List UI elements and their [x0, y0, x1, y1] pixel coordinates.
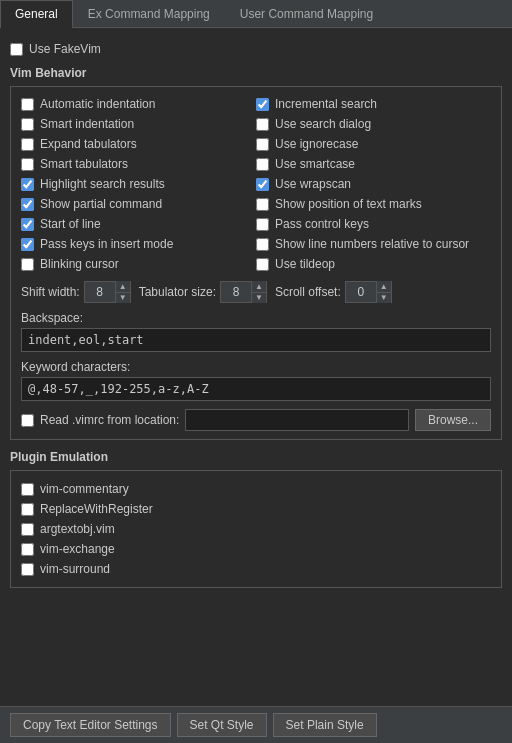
auto-indent-label: Automatic indentation: [40, 97, 155, 111]
partial-cmd-label: Show partial command: [40, 197, 162, 211]
vimrc-path-input[interactable]: [185, 409, 409, 431]
backspace-input[interactable]: [21, 328, 491, 352]
copy-text-editor-settings-button[interactable]: Copy Text Editor Settings: [10, 713, 171, 737]
shift-width-arrows: ▲ ▼: [115, 281, 130, 303]
checkbox-show-text-marks: Show position of text marks: [256, 195, 491, 213]
checkbox-pass-control: Pass control keys: [256, 215, 491, 233]
checkbox-grid: Automatic indentation Incremental search…: [21, 95, 491, 273]
smart-indent-label: Smart indentation: [40, 117, 134, 131]
scroll-offset-up[interactable]: ▲: [377, 281, 391, 293]
tab-general[interactable]: General: [0, 0, 73, 28]
vimrc-row: Read .vimrc from location: Browse...: [21, 409, 491, 431]
checkbox-use-wrapscan: Use wrapscan: [256, 175, 491, 193]
expand-tabs-checkbox[interactable]: [21, 138, 34, 151]
use-search-dialog-label: Use search dialog: [275, 117, 371, 131]
pass-control-checkbox[interactable]: [256, 218, 269, 231]
expand-tabs-label: Expand tabulators: [40, 137, 137, 151]
replace-with-register-label: ReplaceWithRegister: [40, 502, 153, 516]
plugin-list: vim-commentary ReplaceWithRegister argte…: [10, 470, 502, 588]
checkbox-partial-cmd: Show partial command: [21, 195, 256, 213]
scroll-offset-arrows: ▲ ▼: [376, 281, 391, 303]
pass-control-label: Pass control keys: [275, 217, 369, 231]
checkbox-auto-indent: Automatic indentation: [21, 95, 256, 113]
scroll-offset-label: Scroll offset:: [275, 285, 341, 299]
shift-width-input[interactable]: [85, 285, 115, 299]
shift-width-down[interactable]: ▼: [116, 293, 130, 304]
blinking-cursor-checkbox[interactable]: [21, 258, 34, 271]
use-smartcase-checkbox[interactable]: [256, 158, 269, 171]
set-qt-style-button[interactable]: Set Qt Style: [177, 713, 267, 737]
vim-exchange-label: vim-exchange: [40, 542, 115, 556]
plugin-replace-with-register: ReplaceWithRegister: [21, 499, 491, 519]
tab-user-command[interactable]: User Command Mapping: [225, 0, 388, 27]
auto-indent-checkbox[interactable]: [21, 98, 34, 111]
use-tildeop-checkbox[interactable]: [256, 258, 269, 271]
use-fakevim-checkbox[interactable]: [10, 43, 23, 56]
scroll-offset-group: Scroll offset: ▲ ▼: [275, 281, 392, 303]
use-wrapscan-label: Use wrapscan: [275, 177, 351, 191]
partial-cmd-checkbox[interactable]: [21, 198, 34, 211]
vim-surround-checkbox[interactable]: [21, 563, 34, 576]
replace-with-register-checkbox[interactable]: [21, 503, 34, 516]
vim-behavior-section-label: Vim Behavior: [10, 66, 502, 80]
shift-width-up[interactable]: ▲: [116, 281, 130, 293]
plugin-emulation-section-label: Plugin Emulation: [10, 450, 502, 464]
show-text-marks-checkbox[interactable]: [256, 198, 269, 211]
vim-exchange-checkbox[interactable]: [21, 543, 34, 556]
argtextobj-checkbox[interactable]: [21, 523, 34, 536]
main-content: Use FakeVim Vim Behavior Automatic inden…: [0, 28, 512, 646]
use-ignorecase-checkbox[interactable]: [256, 138, 269, 151]
read-vimrc-checkbox[interactable]: [21, 414, 34, 427]
checkbox-use-ignorecase: Use ignorecase: [256, 135, 491, 153]
vim-behavior-group: Automatic indentation Incremental search…: [10, 86, 502, 440]
bottom-bar: Copy Text Editor Settings Set Qt Style S…: [0, 706, 512, 743]
set-plain-style-button[interactable]: Set Plain Style: [273, 713, 377, 737]
checkbox-use-tildeop: Use tildeop: [256, 255, 491, 273]
tabulator-size-arrows: ▲ ▼: [251, 281, 266, 303]
checkbox-use-search-dialog: Use search dialog: [256, 115, 491, 133]
tabulator-size-label: Tabulator size:: [139, 285, 216, 299]
checkbox-expand-tabs: Expand tabulators: [21, 135, 256, 153]
use-wrapscan-checkbox[interactable]: [256, 178, 269, 191]
vim-surround-label: vim-surround: [40, 562, 110, 576]
scroll-offset-down[interactable]: ▼: [377, 293, 391, 304]
plugin-argtextobj: argtextobj.vim: [21, 519, 491, 539]
incremental-search-label: Incremental search: [275, 97, 377, 111]
checkbox-blinking-cursor: Blinking cursor: [21, 255, 256, 273]
backspace-label: Backspace:: [21, 311, 491, 325]
use-ignorecase-label: Use ignorecase: [275, 137, 358, 151]
checkbox-pass-keys-insert: Pass keys in insert mode: [21, 235, 256, 253]
tabulator-size-group: Tabulator size: ▲ ▼: [139, 281, 267, 303]
show-text-marks-label: Show position of text marks: [275, 197, 422, 211]
start-of-line-checkbox[interactable]: [21, 218, 34, 231]
tabulator-size-input[interactable]: [221, 285, 251, 299]
use-search-dialog-checkbox[interactable]: [256, 118, 269, 131]
tabulator-size-up[interactable]: ▲: [252, 281, 266, 293]
blinking-cursor-label: Blinking cursor: [40, 257, 119, 271]
line-numbers-relative-checkbox[interactable]: [256, 238, 269, 251]
smart-tabs-checkbox[interactable]: [21, 158, 34, 171]
browse-button[interactable]: Browse...: [415, 409, 491, 431]
checkbox-highlight-search: Highlight search results: [21, 175, 256, 193]
pass-keys-insert-checkbox[interactable]: [21, 238, 34, 251]
tab-ex-command[interactable]: Ex Command Mapping: [73, 0, 225, 27]
argtextobj-label: argtextobj.vim: [40, 522, 115, 536]
shift-width-label: Shift width:: [21, 285, 80, 299]
highlight-search-checkbox[interactable]: [21, 178, 34, 191]
checkbox-use-smartcase: Use smartcase: [256, 155, 491, 173]
start-of-line-label: Start of line: [40, 217, 101, 231]
incremental-search-checkbox[interactable]: [256, 98, 269, 111]
tabulator-size-down[interactable]: ▼: [252, 293, 266, 304]
keyword-label: Keyword characters:: [21, 360, 491, 374]
highlight-search-label: Highlight search results: [40, 177, 165, 191]
vim-commentary-checkbox[interactable]: [21, 483, 34, 496]
plugin-vim-commentary: vim-commentary: [21, 479, 491, 499]
vim-commentary-label: vim-commentary: [40, 482, 129, 496]
scroll-offset-input[interactable]: [346, 285, 376, 299]
tab-bar: General Ex Command Mapping User Command …: [0, 0, 512, 28]
line-numbers-relative-label: Show line numbers relative to cursor: [275, 237, 469, 251]
checkbox-incremental-search: Incremental search: [256, 95, 491, 113]
smart-indent-checkbox[interactable]: [21, 118, 34, 131]
keyword-input[interactable]: [21, 377, 491, 401]
checkbox-smart-indent: Smart indentation: [21, 115, 256, 133]
